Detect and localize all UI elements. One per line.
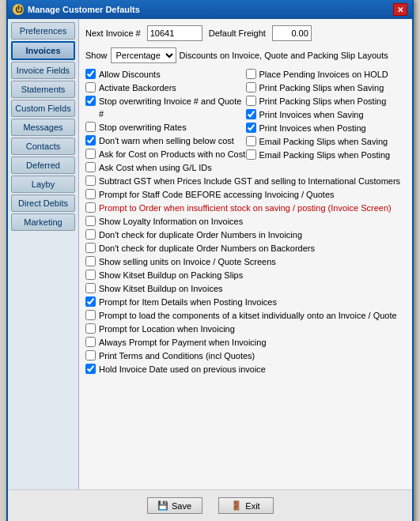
checkbox-show-selling-units: Show selling units on Invoice / Quote Sc… xyxy=(85,255,406,268)
save-button[interactable]: 💾 Save xyxy=(147,497,202,514)
checkbox-email-packing-posting: Email Packing Slips when Posting xyxy=(246,149,407,161)
two-col-checkboxes: Allow Discounts Activate Backorders Stop… xyxy=(85,68,406,174)
checkbox-hold-invoice-date: Hold Invoice Date used on previous invoi… xyxy=(85,363,406,376)
checkbox-ask-cost-no-price-input[interactable] xyxy=(85,149,96,159)
sidebar-item-custom-fields[interactable]: Custom Fields xyxy=(11,100,75,117)
next-invoice-input[interactable] xyxy=(147,25,202,41)
checkbox-ask-cost-gl-input[interactable] xyxy=(85,162,96,172)
show-suffix: Discounts on Invoice, Quote and Packing … xyxy=(180,51,388,60)
checkbox-hold-invoice-date-input[interactable] xyxy=(85,364,96,374)
full-width-checkboxes: Subtract GST when Prices Include GST and… xyxy=(85,175,406,376)
checkbox-activate-backorders-input[interactable] xyxy=(85,82,96,92)
main-content: Next Invoice # Default Freight Show Perc… xyxy=(79,19,412,489)
sidebar-item-messages[interactable]: Messages xyxy=(11,119,75,136)
checkbox-subtract-gst: Subtract GST when Prices Include GST and… xyxy=(85,175,406,187)
checkbox-prompt-staff-code-input[interactable] xyxy=(85,189,96,199)
checkbox-ask-cost-gl: Ask Cost when using G/L IDs xyxy=(85,161,246,174)
exit-icon: 🚪 xyxy=(231,500,242,511)
checkbox-prompt-staff-code: Prompt for Staff Code BEFORE accessing I… xyxy=(85,188,406,201)
checkbox-prompt-order-insufficient: Prompt to Order when insufficient stock … xyxy=(85,202,406,214)
checkbox-print-invoices-saving: Print Invoices when Saving xyxy=(246,108,407,121)
manage-customer-defaults-window: ⏻ Manage Customer Defaults ✕ Preferences… xyxy=(6,0,414,521)
checkbox-show-kitset-invoices-input[interactable] xyxy=(85,283,96,293)
checkbox-print-terms: Print Terms and Conditions (incl Quotes) xyxy=(85,349,406,362)
col-right: Place Pending Invoices on HOLD Print Pac… xyxy=(246,68,407,174)
checkbox-stop-overwriting-invoice-input[interactable] xyxy=(85,96,96,106)
checkbox-print-packing-posting-input[interactable] xyxy=(246,96,256,106)
sidebar-item-deferred[interactable]: Deferred xyxy=(11,157,75,174)
checkbox-stop-overwriting-rates-input[interactable] xyxy=(85,122,96,132)
sidebar-item-direct-debits[interactable]: Direct Debits xyxy=(11,194,75,212)
save-icon: 💾 xyxy=(157,500,168,511)
checkbox-show-loyalty: Show Loyalty Information on Invoices xyxy=(85,215,406,228)
checkbox-print-terms-input[interactable] xyxy=(85,350,96,361)
checkbox-show-kitset-packing-input[interactable] xyxy=(85,270,96,280)
checkbox-print-packing-posting: Print Packing Slips when Posting xyxy=(246,95,407,108)
sidebar: Preferences Invoices Invoice Fields Stat… xyxy=(8,19,79,489)
checkbox-ask-cost-no-price: Ask for Cost on Products with no Cost xyxy=(85,148,246,160)
checkbox-dont-warn-below-cost: Don't warn when selling below cost xyxy=(85,134,246,147)
default-freight-input[interactable] xyxy=(272,25,312,41)
checkbox-email-packing-saving: Email Packing Slips when Saving xyxy=(246,135,407,148)
sidebar-item-marketing[interactable]: Marketing xyxy=(11,213,75,231)
checkbox-print-packing-saving-input[interactable] xyxy=(246,82,256,92)
checkbox-prompt-load-components-input[interactable] xyxy=(85,310,96,320)
sidebar-item-contacts[interactable]: Contacts xyxy=(11,138,75,155)
checkbox-prompt-order-insufficient-input[interactable] xyxy=(85,202,96,213)
window-icon: ⏻ xyxy=(13,4,24,15)
window-title: Manage Customer Defaults xyxy=(28,5,140,14)
checkbox-email-packing-posting-input[interactable] xyxy=(246,149,256,160)
checkbox-subtract-gst-input[interactable] xyxy=(85,176,96,186)
title-bar: ⏻ Manage Customer Defaults ✕ xyxy=(8,0,412,19)
checkbox-print-invoices-saving-input[interactable] xyxy=(246,109,256,119)
checkbox-dont-warn-below-cost-input[interactable] xyxy=(85,135,96,145)
sidebar-item-preferences[interactable]: Preferences xyxy=(11,22,75,40)
title-bar-left: ⏻ Manage Customer Defaults xyxy=(13,4,140,15)
sidebar-item-layby[interactable]: Layby xyxy=(11,176,75,193)
sidebar-item-invoices[interactable]: Invoices xyxy=(11,41,75,60)
checkbox-prompt-location: Prompt for Location when Invoicing xyxy=(85,323,406,335)
close-button[interactable]: ✕ xyxy=(393,3,407,16)
checkbox-place-pending-hold-input[interactable] xyxy=(246,69,256,79)
checkbox-activate-backorders: Activate Backorders xyxy=(85,81,246,94)
checkbox-dont-check-duplicate-order-input[interactable] xyxy=(85,229,96,240)
checkbox-stop-overwriting-invoice: Stop overwriting Invoice # and Quote # xyxy=(85,95,246,120)
sidebar-item-invoice-fields[interactable]: Invoice Fields xyxy=(11,62,75,79)
next-invoice-label: Next Invoice # xyxy=(85,28,141,38)
checkbox-allow-discounts-input[interactable] xyxy=(85,69,96,79)
show-select[interactable]: Percentage Amount xyxy=(111,47,176,63)
checkbox-show-loyalty-input[interactable] xyxy=(85,216,96,226)
checkbox-print-invoices-posting: Print Invoices when Posting xyxy=(246,122,407,134)
checkbox-prompt-load-components: Prompt to load the components of a kitse… xyxy=(85,309,406,322)
checkbox-allow-discounts: Allow Discounts xyxy=(85,68,246,81)
exit-label: Exit xyxy=(245,501,259,511)
checkbox-prompt-item-details: Prompt for Item Details when Posting Inv… xyxy=(85,296,406,308)
checkbox-always-prompt-payment-input[interactable] xyxy=(85,337,96,347)
show-label: Show xyxy=(85,51,108,60)
footer: 💾 Save 🚪 Exit xyxy=(8,489,412,521)
checkbox-stop-overwriting-rates: Stop overwriting Rates xyxy=(85,121,246,134)
checkbox-print-invoices-posting-input[interactable] xyxy=(246,123,256,133)
show-row: Show Percentage Amount Discounts on Invo… xyxy=(85,47,406,63)
checkbox-dont-check-duplicate-backorders: Don't check for duplicate Order Numbers … xyxy=(85,242,406,255)
checkbox-dont-check-duplicate-backorders-input[interactable] xyxy=(85,243,96,253)
save-label: Save xyxy=(172,501,191,511)
exit-button[interactable]: 🚪 Exit xyxy=(218,497,274,514)
default-freight-label: Default Freight xyxy=(209,28,266,38)
checkbox-print-packing-saving: Print Packing Slips when Saving xyxy=(246,81,407,94)
checkbox-show-kitset-invoices: Show Kitset Buildup on Invoices xyxy=(85,282,406,295)
sidebar-item-statements[interactable]: Statements xyxy=(11,81,75,98)
checkbox-prompt-location-input[interactable] xyxy=(85,323,96,334)
checkbox-show-selling-units-input[interactable] xyxy=(85,256,96,266)
col-left: Allow Discounts Activate Backorders Stop… xyxy=(85,68,246,174)
checkbox-dont-check-duplicate-order: Don't check for duplicate Order Numbers … xyxy=(85,228,406,241)
checkbox-place-pending-hold: Place Pending Invoices on HOLD xyxy=(246,68,407,81)
checkbox-prompt-item-details-input[interactable] xyxy=(85,296,96,307)
top-row: Next Invoice # Default Freight xyxy=(85,25,406,41)
checkbox-email-packing-saving-input[interactable] xyxy=(246,136,256,146)
checkbox-show-kitset-packing: Show Kitset Buildup on Packing Slips xyxy=(85,269,406,281)
checkbox-always-prompt-payment: Always Prompt for Payment when Invoicing xyxy=(85,336,406,349)
